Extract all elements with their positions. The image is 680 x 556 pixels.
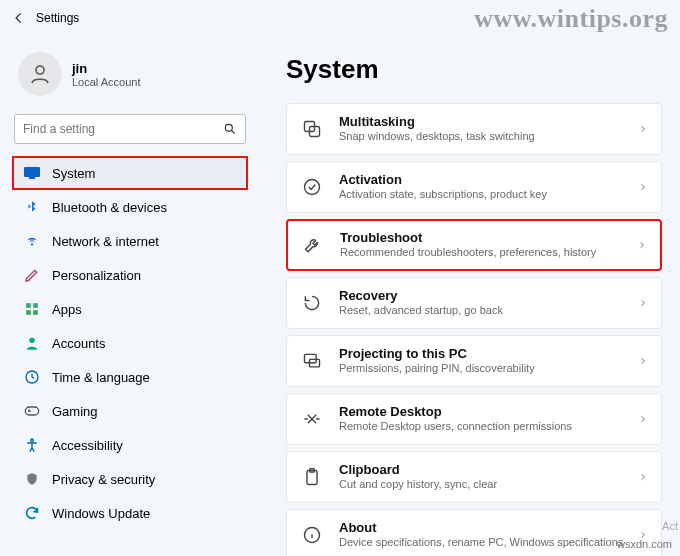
sidebar-item-label: Bluetooth & devices bbox=[52, 200, 167, 215]
chevron-right-icon bbox=[639, 471, 647, 483]
svg-point-1 bbox=[225, 124, 232, 131]
card-projecting[interactable]: Projecting to this PCPermissions, pairin… bbox=[286, 335, 662, 387]
privacy-icon bbox=[24, 471, 40, 487]
chevron-right-icon bbox=[639, 413, 647, 425]
sidebar-item-personalization[interactable]: Personalization bbox=[14, 258, 246, 292]
card-title: Activation bbox=[339, 172, 639, 188]
avatar bbox=[18, 52, 62, 96]
sidebar-item-accounts[interactable]: Accounts bbox=[14, 326, 246, 360]
user-account-type: Local Account bbox=[72, 76, 141, 88]
search-box[interactable] bbox=[14, 114, 246, 144]
card-subtitle: Activation state, subscriptions, product… bbox=[339, 188, 639, 202]
card-title: Recovery bbox=[339, 288, 639, 304]
svg-rect-5 bbox=[33, 303, 38, 308]
sidebar-item-network[interactable]: Network & internet bbox=[14, 224, 246, 258]
card-subtitle: Cut and copy history, sync, clear bbox=[339, 478, 639, 492]
accounts-icon bbox=[24, 335, 40, 351]
card-recovery[interactable]: RecoveryReset, advanced startup, go back bbox=[286, 277, 662, 329]
svg-rect-10 bbox=[25, 407, 38, 415]
chevron-right-icon bbox=[639, 181, 647, 193]
time-icon bbox=[24, 369, 40, 385]
sidebar-item-label: Accessibility bbox=[52, 438, 123, 453]
chevron-right-icon bbox=[638, 239, 646, 251]
page-title: System bbox=[286, 54, 662, 85]
card-activation[interactable]: ActivationActivation state, subscription… bbox=[286, 161, 662, 213]
activation-watermark: Act bbox=[662, 520, 678, 532]
app-title: Settings bbox=[36, 11, 79, 25]
personalization-icon bbox=[24, 267, 40, 283]
sidebar-item-label: System bbox=[52, 166, 95, 181]
svg-point-8 bbox=[29, 338, 34, 343]
gaming-icon bbox=[24, 403, 40, 419]
card-title: Multitasking bbox=[339, 114, 639, 130]
watermark-top: www.wintips.org bbox=[474, 4, 668, 34]
search-input[interactable] bbox=[23, 122, 223, 136]
user-block[interactable]: jin Local Account bbox=[18, 52, 246, 96]
chevron-right-icon bbox=[639, 355, 647, 367]
sidebar-item-time[interactable]: Time & language bbox=[14, 360, 246, 394]
sidebar-item-label: Personalization bbox=[52, 268, 141, 283]
card-subtitle: Permissions, pairing PIN, discoverabilit… bbox=[339, 362, 639, 376]
remote-icon bbox=[301, 408, 323, 430]
card-title: Clipboard bbox=[339, 462, 639, 478]
card-title: Troubleshoot bbox=[340, 230, 638, 246]
svg-rect-3 bbox=[29, 177, 35, 179]
sidebar-item-label: Network & internet bbox=[52, 234, 159, 249]
card-subtitle: Reset, advanced startup, go back bbox=[339, 304, 639, 318]
card-remote[interactable]: Remote DesktopRemote Desktop users, conn… bbox=[286, 393, 662, 445]
nav-list: SystemBluetooth & devicesNetwork & inter… bbox=[14, 156, 246, 530]
network-icon bbox=[24, 233, 40, 249]
chevron-right-icon bbox=[639, 123, 647, 135]
card-subtitle: Device specifications, rename PC, Window… bbox=[339, 536, 639, 550]
update-icon bbox=[24, 505, 40, 521]
sidebar-item-privacy[interactable]: Privacy & security bbox=[14, 462, 246, 496]
sidebar-item-label: Time & language bbox=[52, 370, 150, 385]
svg-point-14 bbox=[305, 180, 320, 195]
search-icon bbox=[223, 122, 237, 136]
recovery-icon bbox=[301, 292, 323, 314]
svg-point-0 bbox=[36, 66, 44, 74]
projecting-icon bbox=[301, 350, 323, 372]
sidebar: jin Local Account SystemBluetooth & devi… bbox=[0, 36, 260, 556]
bluetooth-icon bbox=[24, 199, 40, 215]
sidebar-item-label: Windows Update bbox=[52, 506, 150, 521]
watermark-bottom: wsxdn.com bbox=[617, 538, 672, 550]
svg-rect-7 bbox=[33, 310, 38, 315]
card-title: Remote Desktop bbox=[339, 404, 639, 420]
card-title: Projecting to this PC bbox=[339, 346, 639, 362]
card-clipboard[interactable]: ClipboardCut and copy history, sync, cle… bbox=[286, 451, 662, 503]
user-name: jin bbox=[72, 61, 141, 76]
svg-rect-6 bbox=[26, 310, 31, 315]
svg-rect-2 bbox=[24, 167, 40, 177]
main-panel: System MultitaskingSnap windows, desktop… bbox=[260, 36, 680, 556]
sidebar-item-label: Accounts bbox=[52, 336, 105, 351]
sidebar-item-apps[interactable]: Apps bbox=[14, 292, 246, 326]
card-subtitle: Remote Desktop users, connection permiss… bbox=[339, 420, 639, 434]
activation-icon bbox=[301, 176, 323, 198]
sidebar-item-bluetooth[interactable]: Bluetooth & devices bbox=[14, 190, 246, 224]
sidebar-item-gaming[interactable]: Gaming bbox=[14, 394, 246, 428]
svg-rect-4 bbox=[26, 303, 31, 308]
sidebar-item-label: Gaming bbox=[52, 404, 98, 419]
system-icon bbox=[24, 165, 40, 181]
clipboard-icon bbox=[301, 466, 323, 488]
settings-card-list: MultitaskingSnap windows, desktops, task… bbox=[286, 103, 662, 556]
sidebar-item-label: Apps bbox=[52, 302, 82, 317]
svg-point-11 bbox=[31, 439, 34, 442]
chevron-right-icon bbox=[639, 297, 647, 309]
card-subtitle: Snap windows, desktops, task switching bbox=[339, 130, 639, 144]
sidebar-item-accessibility[interactable]: Accessibility bbox=[14, 428, 246, 462]
about-icon bbox=[301, 524, 323, 546]
svg-rect-15 bbox=[305, 354, 317, 362]
sidebar-item-label: Privacy & security bbox=[52, 472, 155, 487]
card-troubleshoot[interactable]: TroubleshootRecommended troubleshooters,… bbox=[286, 219, 662, 271]
multitasking-icon bbox=[301, 118, 323, 140]
accessibility-icon bbox=[24, 437, 40, 453]
sidebar-item-system[interactable]: System bbox=[12, 156, 248, 190]
card-multitasking[interactable]: MultitaskingSnap windows, desktops, task… bbox=[286, 103, 662, 155]
back-button[interactable] bbox=[12, 11, 26, 25]
sidebar-item-update[interactable]: Windows Update bbox=[14, 496, 246, 530]
card-about[interactable]: AboutDevice specifications, rename PC, W… bbox=[286, 509, 662, 556]
card-subtitle: Recommended troubleshooters, preferences… bbox=[340, 246, 638, 260]
apps-icon bbox=[24, 301, 40, 317]
